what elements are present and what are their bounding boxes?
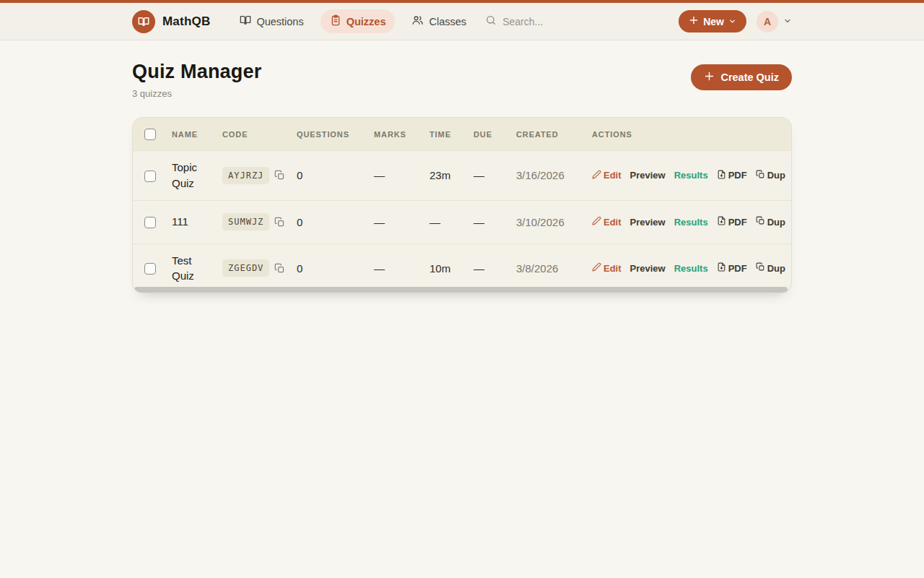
avatar[interactable]: A [757,11,778,33]
due-value: — [468,151,510,201]
due-value: — [468,200,510,243]
quiz-name: 111 [166,200,217,243]
duplicate-button[interactable]: Dup [756,170,785,181]
results-button[interactable]: Results [674,217,708,228]
created-date: 3/8/2026 [510,243,586,293]
edit-button[interactable]: Edit [592,216,622,228]
copy-code-button[interactable] [274,170,285,181]
copy-icon [756,216,765,228]
question-count: 0 [291,200,368,243]
row-checkbox[interactable] [144,171,156,182]
quiz-count: 3 quizzes [132,88,261,99]
book-logo-icon [132,10,155,33]
created-date: 3/16/2026 [510,151,586,201]
table-scroll-area[interactable]: NAME CODE QUESTIONS MARKS TIME DUE CREAT… [133,118,791,293]
marks-value: — [368,151,424,201]
search-input[interactable] [502,16,589,27]
marks-value: — [368,200,424,243]
time-value: 10m [424,243,468,293]
nav-item-label: Quizzes [346,16,386,27]
nav-item-quizzes[interactable]: Quizzes [321,9,396,33]
column-header-created: CREATED [510,118,586,151]
nav-item-classes[interactable]: Classes [402,9,476,33]
quiz-table-card: NAME CODE QUESTIONS MARKS TIME DUE CREAT… [132,117,792,293]
main-nav: Questions Quizzes Classes [230,9,476,33]
search-icon [485,14,497,29]
time-value: 23m [424,151,468,201]
table-header-row: NAME CODE QUESTIONS MARKS TIME DUE CREAT… [133,118,791,151]
preview-button[interactable]: Preview [630,263,666,274]
row-checkbox[interactable] [144,263,156,275]
horizontal-scrollbar[interactable] [134,287,788,293]
brand-logo[interactable]: MathQB [132,10,210,33]
preview-button[interactable]: Preview [630,170,666,181]
column-header-actions: ACTIONS [586,118,791,151]
column-header-marks: MARKS [368,118,424,151]
file-download-icon [717,170,726,181]
column-header-name: NAME [166,118,217,151]
question-count: 0 [291,243,368,293]
column-header-questions: QUESTIONS [291,118,368,151]
plus-icon [704,71,715,84]
copy-code-button[interactable] [274,217,285,228]
create-quiz-label: Create Quiz [720,72,779,83]
due-value: — [468,243,510,293]
clipboard-icon [330,14,341,28]
search-box [485,14,589,29]
table-row: Test Quiz ZGEGDV 0 — 10m — 3/8/2026 Edit… [133,243,791,293]
pdf-button[interactable]: PDF [717,216,747,228]
new-button-label: New [703,16,724,27]
pencil-icon [592,170,601,181]
brand-name: MathQB [162,14,210,29]
created-date: 3/10/2026 [510,200,586,243]
pencil-icon [592,216,601,228]
edit-button[interactable]: Edit [592,170,622,181]
select-all-checkbox[interactable] [144,129,156,140]
quiz-name: Test Quiz [166,243,217,293]
people-icon [411,14,424,28]
row-checkbox[interactable] [144,217,156,228]
nav-item-label: Questions [256,16,303,27]
quiz-table: NAME CODE QUESTIONS MARKS TIME DUE CREAT… [133,118,791,293]
navbar: MathQB Questions Quizzes Classes [0,3,924,40]
marks-value: — [368,243,424,293]
page-title: Quiz Manager [132,61,261,83]
nav-item-questions[interactable]: Questions [230,9,313,33]
quiz-code: ZGEGDV [222,259,269,277]
user-menu[interactable]: A [757,11,792,33]
copy-code-button[interactable] [274,263,285,274]
table-row: 111 SUMWJZ 0 — — — 3/10/2026 Edit Previe… [133,200,791,243]
pdf-button[interactable]: PDF [717,170,747,181]
plus-icon [689,15,699,27]
column-header-time: TIME [424,118,468,151]
time-value: — [424,200,468,243]
chevron-down-icon [783,15,792,28]
results-button[interactable]: Results [674,263,708,274]
pencil-icon [592,262,601,274]
book-icon [240,14,251,28]
results-button[interactable]: Results [674,170,708,181]
column-header-due: DUE [468,118,510,151]
duplicate-button[interactable]: Dup [756,262,785,274]
preview-button[interactable]: Preview [630,217,666,228]
copy-icon [756,262,765,274]
file-download-icon [717,216,726,228]
quiz-code: SUMWJZ [222,213,269,230]
edit-button[interactable]: Edit [592,262,622,274]
pdf-button[interactable]: PDF [717,262,747,274]
table-row: Topic Quiz AYJRZJ 0 — 23m — 3/16/2026 Ed… [133,151,791,201]
duplicate-button[interactable]: Dup [756,216,785,228]
question-count: 0 [291,151,368,201]
chevron-down-icon [728,16,736,27]
create-quiz-button[interactable]: Create Quiz [691,64,792,90]
new-button[interactable]: New [679,10,746,33]
main-content: Quiz Manager 3 quizzes Create Quiz NAME … [132,61,792,293]
quiz-name: Topic Quiz [166,151,217,201]
quiz-code: AYJRZJ [222,167,269,184]
file-download-icon [717,262,726,274]
nav-item-label: Classes [429,16,466,27]
copy-icon [756,170,765,181]
column-header-code: CODE [217,118,291,151]
